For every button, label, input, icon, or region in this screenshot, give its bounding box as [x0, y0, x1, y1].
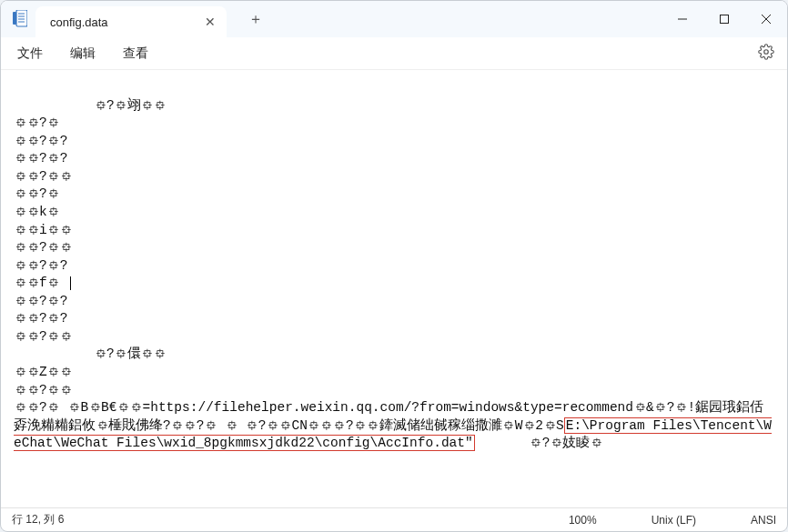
statusbar: 行 12, 列 6 100% Unix (LF) ANSI [1, 507, 787, 531]
new-tab-button[interactable]: ＋ [245, 8, 267, 30]
svg-rect-0 [16, 10, 27, 26]
close-tab-icon[interactable]: ✕ [203, 15, 217, 29]
notepad-icon [12, 9, 28, 29]
svg-rect-7 [721, 15, 729, 24]
menu-file[interactable]: 文件 [17, 45, 43, 62]
editor-area[interactable]: ?翊???????ki???f ??????儇Z?? BB€=https://f… [1, 70, 787, 507]
svg-point-10 [764, 50, 769, 55]
highlighted-path: E:\Program Files\Tencent\WeChat\WeChat F… [14, 417, 772, 452]
status-encoding[interactable]: ANSI [751, 514, 776, 527]
status-cursor-pos: 行 12, 列 6 [12, 512, 64, 527]
tab-title: config.data [50, 15, 203, 29]
maximize-button[interactable] [703, 1, 745, 37]
gear-icon [758, 44, 774, 60]
document-tab[interactable]: config.data ✕ [35, 6, 227, 37]
menubar: 文件 编辑 查看 [1, 37, 787, 70]
svg-rect-1 [13, 12, 16, 25]
close-window-button[interactable] [745, 1, 787, 37]
titlebar: config.data ✕ ＋ [1, 1, 787, 37]
menu-view[interactable]: 查看 [123, 45, 148, 62]
settings-button[interactable] [758, 44, 774, 63]
status-zoom[interactable]: 100% [569, 514, 597, 527]
status-eol[interactable]: Unix (LF) [652, 514, 696, 527]
menu-edit[interactable]: 编辑 [70, 45, 96, 62]
minimize-button[interactable] [662, 1, 703, 37]
app-window: config.data ✕ ＋ 文件 编辑 查看 ?翊???????ki???f… [0, 0, 788, 532]
